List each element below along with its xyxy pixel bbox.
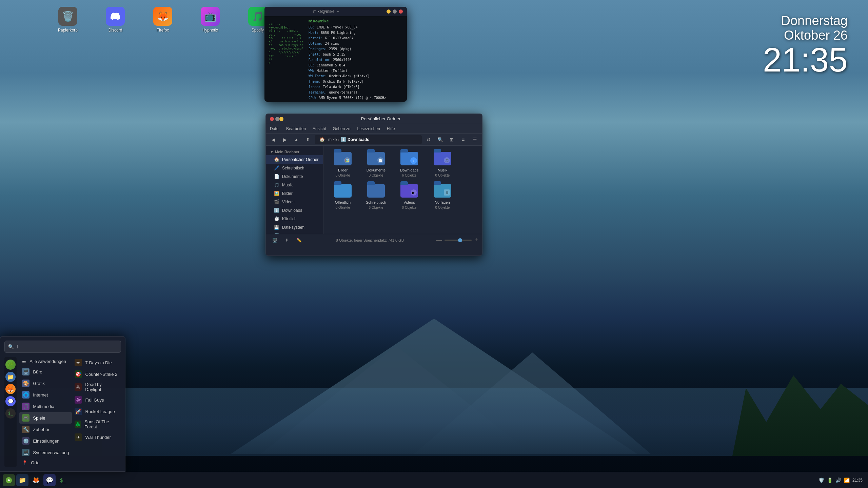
- sidebar-item-schreibtisch[interactable]: 🖊️ Schreibtisch: [266, 164, 323, 172]
- folder-oeffentlich[interactable]: Öffentlich 0 Objekte: [328, 182, 358, 211]
- sidebar-label: Kürzlich: [282, 217, 297, 221]
- fm-view-detail-button[interactable]: ☰: [470, 135, 479, 144]
- fm-back-button[interactable]: ◀: [269, 135, 278, 144]
- sidebar-label: Musik: [282, 183, 293, 187]
- fm-forward-button[interactable]: ▶: [280, 135, 290, 144]
- sidebar-icon-firefox[interactable]: 🦊: [5, 384, 16, 394]
- taskbar-icon-mint[interactable]: [3, 474, 15, 486]
- fm-menu-bearbeiten[interactable]: Bearbeiten: [286, 126, 306, 131]
- sidebar-item-downloads[interactable]: ⬇️ Downloads: [266, 206, 323, 215]
- folder-musik-count: 0 Objekte: [435, 174, 450, 177]
- einstellungen-icon: ⚙️: [22, 437, 29, 445]
- terminal-username: mike@mike: [309, 19, 404, 23]
- game-rocketleague[interactable]: 🚀 Rocket League: [72, 406, 121, 417]
- zoom-thumb[interactable]: [458, 238, 462, 242]
- appmenu-item-multimedia[interactable]: 🎵 Multimedia: [19, 401, 72, 412]
- minimize-button[interactable]: [387, 9, 391, 14]
- sidebar-icon-mint[interactable]: 🌿: [5, 360, 16, 370]
- statusbar-icon-1[interactable]: 🖥️: [270, 236, 279, 245]
- game-warthunder[interactable]: ✈ War Thunder: [72, 431, 121, 443]
- clock-time: 21:35: [763, 43, 848, 77]
- filemanager-breadcrumb[interactable]: 🏠 mike › ⬇️ Downloads: [315, 135, 422, 144]
- folder-musik[interactable]: 🎵 Musik 0 Objekte: [427, 150, 458, 179]
- appmenu-item-systemverwaltung[interactable]: 🖥️ Systemverwaltung: [19, 447, 72, 458]
- appmenu-item-zubehoer[interactable]: 🔧 Zubehör: [19, 424, 72, 435]
- close-button[interactable]: [399, 9, 403, 14]
- sidebar-item-papierkorb[interactable]: 🗑️ Papierkorb: [266, 231, 323, 234]
- desktop-icon: 🖊️: [274, 165, 279, 170]
- alle-icon: ⚏: [22, 359, 26, 364]
- appmenu-item-einstellungen[interactable]: ⚙️ Einstellungen: [19, 435, 72, 447]
- desktop-icon-discord[interactable]: Discord: [102, 7, 129, 33]
- game-dbd[interactable]: ☠ Dead by Daylight: [72, 380, 121, 394]
- sidebar-item-persoenlicher-ordner[interactable]: 🏠 Persönlicher Ordner: [266, 155, 323, 164]
- statusbar-icon-2[interactable]: ⬇: [282, 236, 292, 245]
- folder-dokumente-icon: 📄: [367, 152, 385, 167]
- app-menu-search-bar[interactable]: 🔍: [4, 341, 121, 353]
- appmenu-item-internet[interactable]: 🌐 Internet: [19, 389, 72, 401]
- fm-close-button[interactable]: [270, 117, 274, 121]
- fm-breadcrumb-home: mike: [328, 137, 337, 142]
- fm-search-button[interactable]: 🔍: [435, 135, 445, 144]
- sidebar-icon-discord[interactable]: 💬: [5, 396, 16, 406]
- sidebar-item-videos[interactable]: 🎬 Videos: [266, 198, 323, 206]
- fm-restore-button[interactable]: [275, 117, 279, 121]
- desktop-icon-hypnotix[interactable]: 📺 Hypnotix: [197, 7, 224, 33]
- taskbar-icon-discord[interactable]: 💬: [43, 474, 56, 486]
- rocketleague-icon: 🚀: [75, 408, 82, 415]
- folder-videos[interactable]: ▶ Videos 0 Objekte: [394, 182, 425, 211]
- zoom-slider[interactable]: [445, 240, 472, 241]
- desktop-icon-papierkorb[interactable]: 🗑️ Papierkorb: [54, 7, 81, 33]
- appmenu-item-buero[interactable]: 🖥️ Büro: [19, 366, 72, 378]
- statusbar-icon-3[interactable]: ✏️: [294, 236, 304, 245]
- fm-view-icon-button[interactable]: ⊞: [447, 135, 456, 144]
- firefox-label: Firefox: [157, 28, 169, 33]
- appmenu-item-grafik[interactable]: 🎨 Grafik: [19, 378, 72, 389]
- cs2-icon: 🎯: [75, 370, 82, 378]
- fm-menu-ansicht[interactable]: Ansicht: [313, 126, 326, 131]
- fm-up-button[interactable]: ▲: [292, 135, 301, 144]
- game-sonsofforest[interactable]: 🌲 Sons Of The Forest: [72, 417, 121, 431]
- sidebar-item-kuerzlich[interactable]: ⏱️ Kürzlich: [266, 215, 323, 223]
- sidebar-label: Bilder: [282, 191, 293, 196]
- fallguys-icon: 👾: [75, 396, 82, 404]
- zubehoer-label: Zubehör: [33, 427, 49, 432]
- taskbar-icon-firefox[interactable]: 🦊: [30, 474, 42, 486]
- game-label: Counter-Strike 2: [85, 372, 118, 377]
- game-fallguys[interactable]: 👾 Fall Guys: [72, 394, 121, 406]
- folder-downloads[interactable]: ↓ Downloads 6 Objekte: [394, 150, 425, 179]
- sidebar-item-dokumente[interactable]: 📄 Dokumente: [266, 172, 323, 181]
- game-7days[interactable]: ☣ 7 Days to Die: [72, 357, 121, 368]
- videos-icon: 🎬: [274, 199, 279, 204]
- folder-downloads-icon: ↓: [400, 152, 418, 167]
- fm-view-list-button[interactable]: ≡: [458, 135, 468, 144]
- app-search-input[interactable]: [14, 344, 117, 349]
- folder-vorlagen[interactable]: ⊞ Vorlagen 0 Objekte: [427, 182, 458, 211]
- desktop-icon-firefox[interactable]: 🦊 Firefox: [149, 7, 176, 33]
- sidebar-item-bilder[interactable]: 🖼️ Bilder: [266, 189, 323, 198]
- sidebar-item-dateisystem[interactable]: 💾 Dateisystem: [266, 223, 323, 231]
- taskbar-icon-terminal[interactable]: $_: [57, 474, 69, 486]
- maximize-button[interactable]: [393, 9, 397, 14]
- fm-menu-lesezeichen[interactable]: Lesezeichen: [357, 126, 380, 131]
- fm-reload-button[interactable]: ↺: [424, 135, 433, 144]
- fm-up-folder-button[interactable]: ⬆: [303, 135, 313, 144]
- folder-dokumente[interactable]: 📄 Dokumente 0 Objekte: [361, 150, 391, 179]
- fm-menu-gehzu[interactable]: Gehen zu: [333, 126, 350, 131]
- sidebar-item-musik[interactable]: 🎵 Musik: [266, 181, 323, 189]
- appmenu-item-alle[interactable]: ⚏ Alle Anwendungen: [19, 357, 72, 366]
- app-menu-categories: ⚏ Alle Anwendungen 🖥️ Büro 🎨 Grafik 🌐 In…: [19, 357, 72, 467]
- folder-bilder[interactable]: 🖼️ Bilder 0 Objekte: [328, 150, 358, 179]
- terminal-info-list: OS: LMDE 6 (faye) x86_64 Host: B650 PG L…: [309, 25, 404, 102]
- fm-menu-hilfe[interactable]: Hilfe: [387, 126, 395, 131]
- taskbar-icon-files[interactable]: 📁: [16, 474, 28, 486]
- fm-menu-datei[interactable]: Datei: [270, 126, 279, 131]
- sidebar-icon-terminal[interactable]: $_: [5, 408, 16, 419]
- sidebar-icon-files[interactable]: 📁: [5, 372, 16, 382]
- appmenu-item-spiele[interactable]: 🎮 Spiele: [19, 412, 72, 424]
- fm-minimize-button[interactable]: [279, 117, 283, 121]
- folder-schreibtisch[interactable]: Schreibtisch 6 Objekte: [361, 182, 391, 211]
- appmenu-item-orte[interactable]: 📍 Orte: [19, 458, 72, 467]
- game-cs2[interactable]: 🎯 Counter-Strike 2: [72, 368, 121, 380]
- discord-icon: [106, 7, 125, 26]
